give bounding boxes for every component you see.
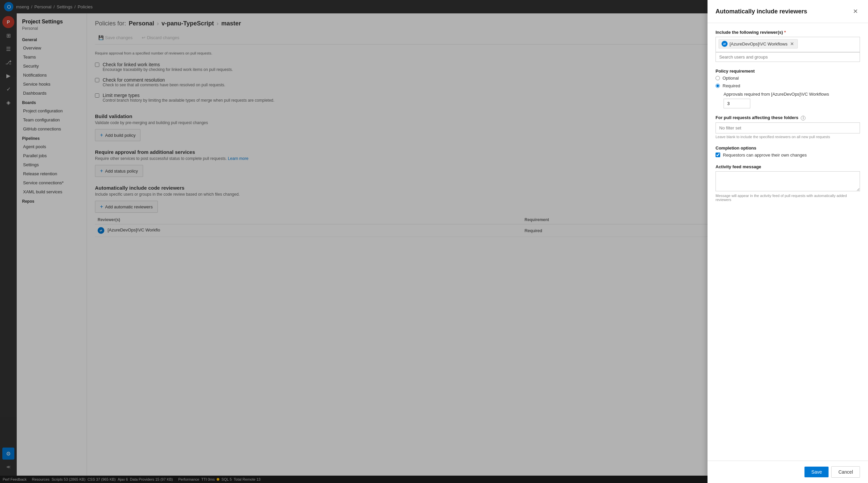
approvals-section: Approvals required from [AzureDevOps]\VC… — [723, 92, 860, 109]
policy-req-label: Policy requirement — [716, 68, 860, 73]
activity-feed-textarea[interactable] — [716, 171, 860, 191]
completion-options-group: Completion options Requestors can approv… — [716, 146, 860, 157]
optional-radio-item[interactable]: Optional — [716, 76, 860, 81]
activity-feed-hint: Message will appear in the activity feed… — [716, 194, 860, 202]
modal-overlay: Automatically include reviewers ✕ Includ… — [0, 0, 868, 483]
modal-header: Automatically include reviewers ✕ — [708, 0, 868, 23]
reviewer-tag-remove-button[interactable]: ✕ — [789, 41, 795, 46]
requestors-approve-label: Requestors can approve their own changes — [723, 153, 807, 157]
requestors-approve-checkbox-item[interactable]: Requestors can approve their own changes — [716, 153, 860, 157]
modal-title: Automatically include reviewers — [716, 8, 807, 15]
completion-options-label: Completion options — [716, 146, 860, 151]
modal-save-button[interactable]: Save — [804, 466, 829, 477]
folder-filter-input[interactable] — [716, 122, 860, 133]
required-radio[interactable] — [716, 84, 720, 88]
activity-feed-label: Activity feed message — [716, 164, 860, 169]
approvals-label: Approvals required from [AzureDevOps]\VC… — [723, 92, 860, 97]
activity-feed-group: Activity feed message Message will appea… — [716, 164, 860, 202]
modal-close-button[interactable]: ✕ — [850, 7, 860, 16]
policy-req-radio-group: Optional Required — [716, 76, 860, 88]
required-label: Required — [722, 83, 740, 88]
reviewer-tag: ⇄ [AzureDevOps]\VC Workflows ✕ — [718, 39, 798, 49]
modal-cancel-button[interactable]: Cancel — [831, 466, 860, 478]
reviewer-field-label: Include the following reviewer(s) * — [716, 30, 860, 35]
approvals-count-input[interactable] — [723, 99, 750, 109]
folder-info-icon[interactable]: i — [801, 116, 805, 120]
reviewer-label-text: Include the following reviewer(s) — [716, 30, 783, 35]
required-marker: * — [784, 30, 786, 35]
reviewer-tag-name: [AzureDevOps]\VC Workflows — [730, 41, 787, 47]
required-radio-item[interactable]: Required — [716, 83, 860, 88]
folder-filter-group: For pull requests affecting these folder… — [716, 115, 860, 139]
modal-footer: Save Cancel — [708, 461, 868, 483]
reviewer-tag-avatar: ⇄ — [721, 41, 727, 47]
optional-label: Optional — [722, 76, 739, 81]
policy-requirement-group: Policy requirement Optional Required App… — [716, 68, 860, 109]
folder-label: For pull requests affecting these folder… — [716, 115, 860, 120]
optional-radio[interactable] — [716, 76, 720, 80]
reviewers-form-group: Include the following reviewer(s) * ⇄ [A… — [716, 30, 860, 62]
folder-label-text: For pull requests affecting these folder… — [716, 115, 799, 120]
modal-panel: Automatically include reviewers ✕ Includ… — [708, 0, 868, 483]
modal-body: Include the following reviewer(s) * ⇄ [A… — [708, 23, 868, 461]
folder-hint: Leave blank to include the specified rev… — [716, 135, 860, 139]
reviewer-tag-container: ⇄ [AzureDevOps]\VC Workflows ✕ — [716, 37, 860, 52]
requestors-approve-checkbox[interactable] — [716, 153, 720, 157]
search-users-groups-input[interactable] — [716, 52, 860, 62]
